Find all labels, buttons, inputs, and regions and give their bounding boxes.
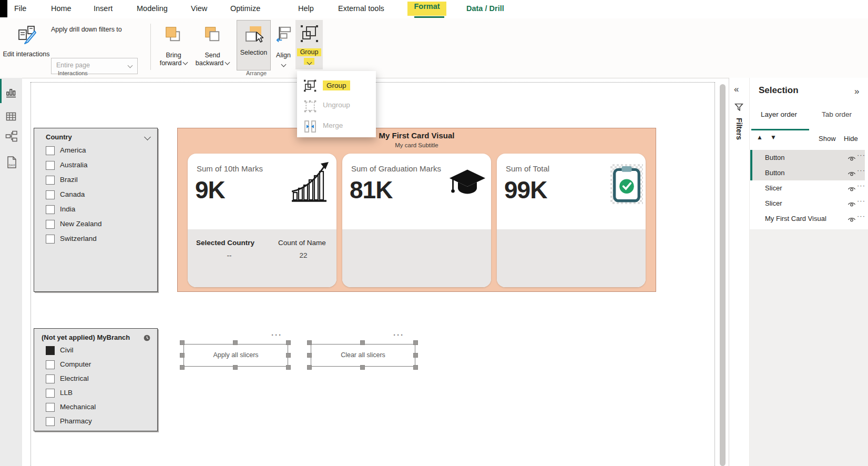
chevron-down-icon[interactable] — [144, 134, 151, 140]
selection-handle[interactable] — [307, 353, 312, 358]
menu-modeling[interactable]: Modeling — [137, 4, 168, 13]
ellipsis-icon[interactable]: ··· — [857, 197, 865, 205]
bring-forward-button[interactable]: Bring forward — [154, 24, 193, 71]
show-all-button[interactable]: Show — [819, 135, 836, 143]
eye-icon[interactable] — [847, 185, 856, 194]
menu-external-tools[interactable]: External tools — [338, 4, 384, 13]
selection-handle[interactable] — [360, 340, 365, 345]
model-view-icon[interactable] — [5, 130, 18, 145]
selection-button[interactable]: Selection — [237, 20, 271, 70]
checkbox[interactable] — [46, 161, 55, 170]
slicer-item-label: Australia — [60, 161, 88, 169]
selection-handle[interactable] — [413, 365, 418, 370]
checkbox[interactable] — [46, 235, 55, 244]
selection-handle[interactable] — [180, 365, 185, 370]
selection-handle[interactable] — [286, 365, 291, 370]
report-view-icon[interactable] — [5, 87, 17, 100]
layer-item-card-visual[interactable]: My First Card Visual ··· — [750, 211, 865, 226]
group-button[interactable]: Group — [295, 20, 323, 69]
ellipsis-icon[interactable]: ··· — [857, 212, 865, 220]
tab-tab-order[interactable]: Tab order — [822, 110, 852, 118]
chevron-down-icon — [281, 62, 287, 67]
powerbi-window: File Home Insert Modeling View Optimize … — [0, 0, 868, 466]
menu-format-label: Format — [414, 2, 440, 11]
menu-home[interactable]: Home — [51, 4, 72, 13]
ellipsis-icon[interactable]: ··· — [857, 181, 865, 189]
move-layer-down-icon[interactable]: ▼ — [770, 134, 777, 141]
more-options-icon[interactable]: ··· — [271, 330, 282, 339]
menu-item-group[interactable]: Group — [297, 75, 376, 95]
checkbox[interactable] — [46, 360, 55, 369]
checkbox[interactable] — [46, 146, 55, 155]
checkbox[interactable] — [46, 389, 55, 398]
details-col2-value: 22 — [278, 251, 329, 259]
checkbox[interactable] — [46, 220, 55, 229]
checkbox[interactable] — [46, 403, 55, 412]
menu-format[interactable]: Format — [407, 2, 446, 16]
layer-item-slicer-1[interactable]: Slicer ··· — [750, 180, 865, 196]
menu-optimize[interactable]: Optimize — [230, 4, 260, 13]
dax-view-icon[interactable]: DAX — [5, 156, 18, 171]
menu-insert[interactable]: Insert — [94, 4, 113, 13]
more-options-icon[interactable]: ··· — [393, 330, 404, 339]
checkbox-checked[interactable] — [46, 346, 55, 355]
growth-chart-icon — [292, 162, 330, 206]
apply-all-slicers-label: Apply all slicers — [184, 351, 288, 359]
hide-all-button[interactable]: Hide — [844, 135, 858, 143]
edit-interactions-button[interactable]: Edit interactions — [3, 24, 50, 71]
canvas-vertical-scrollbar[interactable] — [720, 84, 726, 466]
collapse-pane-icon[interactable]: » — [854, 86, 859, 97]
layer-item-button-1[interactable]: Button ··· — [750, 150, 865, 165]
selection-handle[interactable] — [307, 340, 312, 345]
layer-item-button-2[interactable]: Button ··· — [750, 165, 865, 180]
country-slicer[interactable]: Country America Australia Brazil Canada … — [34, 128, 158, 292]
ellipsis-icon[interactable]: ··· — [857, 166, 865, 174]
menu-data-drill[interactable]: Data / Drill — [466, 4, 504, 13]
layer-item-slicer-2[interactable]: Slicer ··· — [750, 196, 865, 211]
layer-item-label: Slicer — [765, 199, 782, 207]
move-layer-up-icon[interactable]: ▲ — [757, 134, 763, 141]
card-visual[interactable]: My First Card Visual My card Subtitle Su… — [177, 128, 656, 292]
menu-file[interactable]: File — [14, 4, 26, 13]
eye-icon[interactable] — [847, 215, 856, 225]
eye-icon[interactable] — [847, 200, 856, 209]
tab-layer-order[interactable]: Layer order — [761, 110, 797, 118]
card-10th-marks[interactable]: Sum of 10th Marks 9K Selected Country -- — [188, 154, 336, 287]
filters-pane-label[interactable]: Filters — [735, 118, 743, 140]
selection-handle[interactable] — [360, 365, 365, 370]
selection-handle[interactable] — [233, 340, 238, 345]
selection-handle[interactable] — [180, 353, 185, 358]
selection-handle[interactable] — [286, 340, 291, 345]
clear-all-slicers-button[interactable]: Clear all slicers — [311, 344, 415, 367]
selection-handle[interactable] — [286, 353, 291, 358]
ellipsis-icon[interactable]: ··· — [857, 151, 865, 159]
apply-all-slicers-button[interactable]: Apply all slicers — [183, 344, 288, 367]
selection-handle[interactable] — [233, 365, 238, 370]
selection-handle[interactable] — [307, 365, 312, 370]
card-total[interactable]: Sum of Total 99K — [497, 154, 646, 287]
card-graduation-marks[interactable]: Sum of Graduation Marks 81K — [342, 154, 491, 287]
slicer-item-label: Electrical — [60, 374, 89, 382]
checkbox[interactable] — [46, 190, 55, 199]
send-backward-button[interactable]: Send backward — [191, 24, 234, 71]
expand-pane-icon[interactable]: « — [734, 84, 739, 95]
checkbox[interactable] — [46, 374, 55, 383]
selection-handle[interactable] — [413, 353, 418, 358]
eye-icon[interactable] — [847, 169, 856, 179]
format-active-underline — [414, 16, 444, 18]
checkbox[interactable] — [46, 176, 55, 185]
data-view-icon[interactable] — [5, 111, 17, 125]
menu-help[interactable]: Help — [298, 4, 314, 13]
layer-item-label: Slicer — [765, 184, 782, 192]
selection-handle[interactable] — [180, 340, 185, 345]
selection-handle[interactable] — [413, 340, 418, 345]
align-button[interactable]: Align — [272, 24, 295, 71]
layer-item-label: My First Card Visual — [765, 215, 826, 222]
checkbox[interactable] — [46, 205, 55, 214]
menu-view[interactable]: View — [191, 4, 207, 13]
funnel-icon[interactable] — [734, 103, 743, 114]
branch-slicer[interactable]: (Not yet applied) MyBranch Civil Compute… — [34, 328, 158, 431]
drill-filters-value: Entire page — [56, 62, 90, 69]
eye-icon[interactable] — [847, 154, 856, 164]
checkbox[interactable] — [46, 417, 55, 426]
